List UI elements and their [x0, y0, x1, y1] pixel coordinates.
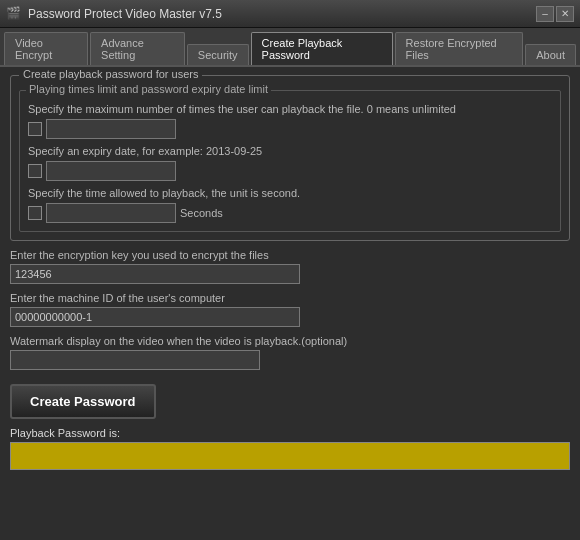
subgroup-title: Playing times limit and password expiry …: [26, 83, 271, 95]
time-input[interactable]: [46, 203, 176, 223]
machine-id-block: Enter the machine ID of the user's compu…: [10, 292, 570, 327]
tab-create-playback-password[interactable]: Create Playback Password: [251, 32, 393, 65]
window-controls: – ✕: [536, 6, 574, 22]
tab-restore-encrypted-files[interactable]: Restore Encrypted Files: [395, 32, 524, 65]
watermark-input[interactable]: [10, 350, 260, 370]
close-button[interactable]: ✕: [556, 6, 574, 22]
playback-output-section: Playback Password is:: [10, 427, 570, 470]
watermark-label: Watermark display on the video when the …: [10, 335, 570, 347]
app-title: Password Protect Video Master v7.5: [28, 7, 222, 21]
max-playback-checkbox[interactable]: [28, 122, 42, 136]
encryption-key-block: Enter the encryption key you used to enc…: [10, 249, 570, 284]
group-box-title: Create playback password for users: [19, 68, 202, 80]
create-password-group: Create playback password for users Playi…: [10, 75, 570, 241]
seconds-label: Seconds: [180, 207, 223, 219]
tab-security[interactable]: Security: [187, 44, 249, 65]
expiry-checkbox[interactable]: [28, 164, 42, 178]
encryption-key-input[interactable]: [10, 264, 300, 284]
time-row: Seconds: [28, 203, 552, 223]
tab-video-encrypt[interactable]: Video Encrypt: [4, 32, 88, 65]
playback-output-field: [10, 442, 570, 470]
limits-subgroup: Playing times limit and password expiry …: [19, 90, 561, 232]
playback-output-label: Playback Password is:: [10, 427, 570, 439]
main-content: Create playback password for users Playi…: [0, 67, 580, 540]
encryption-key-label: Enter the encryption key you used to enc…: [10, 249, 570, 261]
minimize-button[interactable]: –: [536, 6, 554, 22]
app-icon: 🎬: [6, 6, 22, 22]
expiry-label: Specify an expiry date, for example: 201…: [28, 145, 552, 157]
machine-id-input[interactable]: [10, 307, 300, 327]
watermark-block: Watermark display on the video when the …: [10, 335, 570, 370]
tab-advance-setting[interactable]: Advance Setting: [90, 32, 185, 65]
max-playback-label: Specify the maximum number of times the …: [28, 103, 552, 115]
machine-id-label: Enter the machine ID of the user's compu…: [10, 292, 570, 304]
title-bar: 🎬 Password Protect Video Master v7.5 – ✕: [0, 0, 580, 28]
expiry-input[interactable]: [46, 161, 176, 181]
max-playback-input[interactable]: [46, 119, 176, 139]
tab-bar: Video Encrypt Advance Setting Security C…: [0, 28, 580, 67]
time-label: Specify the time allowed to playback, th…: [28, 187, 552, 199]
max-playback-row: [28, 119, 552, 139]
create-password-button[interactable]: Create Password: [10, 384, 156, 419]
tab-about[interactable]: About: [525, 44, 576, 65]
expiry-row: [28, 161, 552, 181]
time-checkbox[interactable]: [28, 206, 42, 220]
